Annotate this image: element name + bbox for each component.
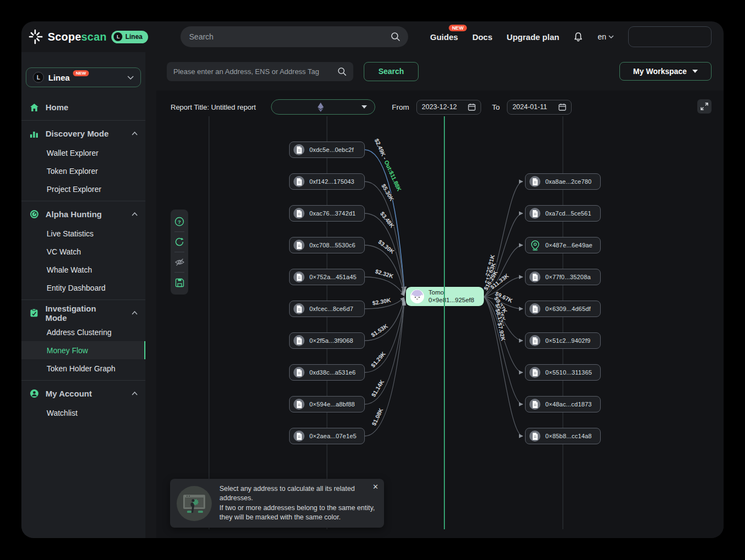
document-icon [294, 271, 304, 282]
sidebar-section-my-account[interactable]: My Account [21, 383, 145, 404]
fullscreen-button[interactable] [697, 99, 712, 114]
center-guide-line [444, 116, 445, 529]
sidebar-item-wallet-explorer[interactable]: Wallet Explorer [21, 144, 145, 162]
sidebar: L Linea NEW Home Discovery Mode Wallet E… [21, 52, 145, 538]
address-label: 0×51c2...9402f9 [545, 337, 590, 344]
sidebar-item-whale-watch[interactable]: Whale Watch [21, 261, 145, 279]
address-node[interactable]: 0×85b8...cc14a8 [525, 428, 601, 444]
sidebar-item-money-flow[interactable]: Money Flow [21, 341, 145, 359]
flow-edge-in[interactable] [365, 213, 404, 294]
sidebar-section-investigation-mode[interactable]: Investigation Mode [21, 303, 145, 323]
wallet-connect-box[interactable] [628, 26, 712, 47]
address-node[interactable]: 0×77f0...35208a [525, 269, 601, 285]
chevron-down-icon [608, 35, 614, 38]
address-label: 0xd38c...a531e6 [309, 369, 355, 376]
flow-edge-in[interactable] [365, 277, 404, 296]
address-label: 0×487e...6e49ae [545, 242, 592, 248]
document-icon [529, 335, 540, 346]
language-selector[interactable]: en [597, 32, 614, 41]
search-icon[interactable] [391, 32, 400, 42]
address-search-input[interactable] [173, 67, 337, 76]
close-icon[interactable]: ✕ [373, 483, 379, 491]
divider [174, 272, 184, 273]
help-button[interactable]: ? [171, 213, 188, 230]
address-label: 0×6309...4d65df [545, 306, 591, 312]
nav-upgrade-plan[interactable]: Upgrade plan [507, 32, 560, 42]
edge-amount-label: $1.29K [370, 350, 387, 369]
address-label: 0×594e...a8bf88 [309, 401, 355, 408]
sidebar-section-discovery-mode[interactable]: Discovery Mode [21, 123, 145, 144]
search-icon[interactable] [337, 67, 347, 76]
brand-logo[interactable]: Scopescan L Linea [27, 29, 148, 44]
sidebar-item-watchlist[interactable]: Watchlist [21, 404, 145, 422]
address-label: 0×2f5a...3f9068 [309, 337, 353, 344]
address-node[interactable]: 0xd38c...a531e6 [289, 364, 365, 381]
address-node[interactable]: 0×48ac...cd1873 [525, 396, 601, 412]
sidebar-item-project-explorer[interactable]: Project Explorer [21, 180, 145, 198]
address-node[interactable]: 0×5510...311365 [525, 364, 601, 381]
address-label: 0×85b8...cc14a8 [545, 433, 592, 439]
canvas-tools: ? [171, 210, 188, 295]
edge-amount-label: $2.32K [375, 268, 394, 279]
edge-amount-label: $5.30K [380, 183, 395, 202]
illustration [177, 486, 212, 521]
sidebar-item-address-clustering[interactable]: Address Clustering [21, 323, 145, 341]
sidebar-item-entity-dashboard[interactable]: Entity Dashboard [21, 279, 145, 297]
address-label: 0×752a...451a45 [309, 274, 357, 280]
sidebar-item-live-statistics[interactable]: Live Statistics [21, 224, 145, 242]
sidebar-item-vc-watch[interactable]: VC Watch [21, 242, 145, 261]
document-icon [294, 431, 304, 442]
edge-amount-label: $1.53K [370, 323, 389, 338]
sidebar-section-alpha-hunting[interactable]: Alpha Hunting [21, 204, 145, 224]
document-icon [294, 240, 304, 251]
address-label: 0xfcec...8ce6d7 [309, 306, 353, 312]
address-label: 0×5510...311365 [545, 369, 592, 376]
chain-selector[interactable]: L Linea NEW [26, 67, 141, 87]
refresh-button[interactable] [171, 234, 188, 250]
document-icon [294, 399, 304, 410]
address-node[interactable]: 0xf142...175043 [289, 173, 365, 190]
save-button[interactable] [171, 274, 188, 291]
token-select-dropdown[interactable] [271, 99, 375, 115]
address-node[interactable]: 0×752a...451a45 [289, 269, 365, 285]
address-node[interactable]: 0×2f5a...3f9068 [289, 332, 365, 349]
sidebar-item-token-holder-graph[interactable]: Token Holder Graph [21, 359, 145, 377]
address-label: 0xac76...3742d1 [309, 210, 355, 217]
nav-guides[interactable]: GuidesNEW [430, 32, 458, 42]
flow-edge-in[interactable] [365, 302, 404, 436]
address-node[interactable]: 0xa7cd...5ce561 [525, 205, 601, 222]
address-node[interactable]: 0×594e...a8bf88 [289, 396, 365, 412]
global-search[interactable] [180, 26, 408, 47]
nav-docs[interactable]: Docs [472, 32, 493, 42]
address-label: 0×2aea...07e1e5 [309, 433, 357, 439]
address-search-field[interactable] [167, 62, 353, 81]
address-node[interactable]: 0×2aea...07e1e5 [289, 428, 365, 444]
address-node[interactable]: 0xdc5e...0ebc2f [289, 142, 365, 158]
scopescan-burst-icon [27, 29, 43, 44]
money-flow-canvas[interactable]: Report Title: Untitled report From 2023-… [156, 90, 724, 538]
to-label: To [492, 103, 500, 111]
from-date-input[interactable]: 2023-12-12 [416, 100, 481, 115]
global-search-input[interactable] [189, 32, 391, 41]
document-icon [529, 176, 540, 187]
address-node[interactable]: 0xfcec...8ce6d7 [289, 301, 365, 317]
to-date-input[interactable]: 2024-01-11 [507, 100, 572, 115]
calendar-icon [468, 103, 476, 111]
search-button[interactable]: Search [364, 62, 419, 81]
address-node[interactable]: 0×6309...4d65df [525, 301, 601, 317]
my-workspace-button[interactable]: My Workspace [619, 62, 712, 81]
sidebar-item-home[interactable]: Home [21, 97, 145, 117]
document-icon [294, 176, 304, 187]
address-node[interactable]: 0×51c2...9402f9 [525, 332, 601, 349]
address-node[interactable]: 0xc708...5530c6 [289, 237, 365, 253]
center-address-node[interactable]: Tomo 0×9e81...925ef8 [406, 287, 484, 306]
document-icon [529, 367, 540, 378]
sidebar-item-token-explorer[interactable]: Token Explorer [21, 162, 145, 180]
address-node[interactable]: 0xac76...3742d1 [289, 205, 365, 222]
notice-text: Select any address to calculate all its … [219, 484, 376, 522]
hide-addresses-button[interactable] [171, 254, 188, 270]
flow-edge-in[interactable] [365, 299, 404, 372]
address-node[interactable]: 0xa8ae...2ce780 [525, 173, 601, 190]
address-node[interactable]: 0×487e...6e49ae [525, 237, 601, 253]
bell-icon[interactable] [573, 32, 583, 42]
